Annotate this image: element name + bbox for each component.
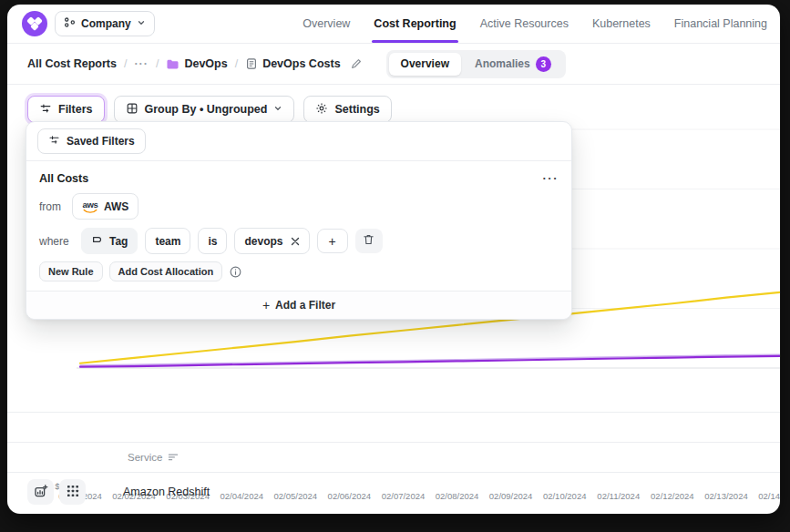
aws-logo-icon: aws <box>82 200 98 213</box>
company-selector[interactable]: Company <box>55 11 155 36</box>
trash-icon <box>363 233 374 249</box>
vantage-logo-icon[interactable] <box>22 11 47 36</box>
remove-value-icon[interactable] <box>291 237 300 246</box>
settings-button[interactable]: Settings <box>303 96 391 123</box>
overflow-menu-icon[interactable]: ··· <box>543 174 559 183</box>
add-filter-button[interactable]: + Add a Filter <box>26 291 571 319</box>
company-label: Company <box>81 17 131 30</box>
nav-financial-planning[interactable]: Financial Planning <box>674 5 767 43</box>
add-to-chart-button[interactable] <box>27 479 54 505</box>
breadcrumb-report[interactable]: DevOps Costs <box>245 57 340 70</box>
filter-icon <box>48 134 60 148</box>
dots-grid-icon <box>67 485 79 500</box>
document-icon <box>245 57 258 70</box>
chevron-down-icon <box>137 17 146 30</box>
primary-nav: Overview Cost Reporting Active Resources… <box>303 5 767 43</box>
chart-add-icon <box>34 484 48 501</box>
breadcrumb-separator: / <box>235 57 238 70</box>
gear-icon <box>315 102 328 118</box>
breadcrumb-separator: / <box>124 57 127 70</box>
breadcrumb-folder[interactable]: DevOps <box>166 57 227 70</box>
tab-anomalies[interactable]: Anomalies 3 <box>463 53 563 76</box>
nav-overview[interactable]: Overview <box>303 5 350 43</box>
breadcrumb: All Cost Reports / ··· / DevOps / DevOps… <box>27 57 363 70</box>
light-purple-series-line <box>80 354 780 365</box>
grid-icon <box>126 102 139 118</box>
breadcrumb-root[interactable]: All Cost Reports <box>27 57 117 70</box>
grid-view-button[interactable] <box>59 479 86 505</box>
plus-icon: + <box>262 298 270 312</box>
saved-filters-button[interactable]: Saved Filters <box>37 128 146 154</box>
add-cost-allocation-button[interactable]: Add Cost Allocation <box>109 261 223 281</box>
breadcrumb-separator: / <box>156 57 159 70</box>
tab-overview[interactable]: Overview <box>389 53 461 76</box>
new-rule-button[interactable]: New Rule <box>39 261 103 281</box>
filters-button[interactable]: Filters <box>27 96 105 123</box>
nav-kubernetes[interactable]: Kubernetes <box>592 5 651 43</box>
tag-key-chip[interactable]: team <box>145 228 190 254</box>
breadcrumb-ellipsis[interactable]: ··· <box>134 57 149 70</box>
delete-rule-button[interactable] <box>355 229 383 253</box>
table-row: Amazon Redshift <box>7 472 780 512</box>
filter-popover-header: Saved Filters <box>26 122 571 161</box>
top-header: Company Overview Cost Reporting Active R… <box>7 5 780 44</box>
breadcrumb-row: All Cost Reports / ··· / DevOps / DevOps… <box>7 44 780 85</box>
chevron-down-icon <box>273 103 282 116</box>
service-name: Amazon Redshift <box>123 486 210 498</box>
tag-value-chip[interactable]: devops <box>234 228 309 254</box>
nav-cost-reporting[interactable]: Cost Reporting <box>374 5 456 43</box>
folder-icon <box>166 58 180 70</box>
info-icon[interactable] <box>229 265 242 279</box>
sort-icon <box>168 452 179 464</box>
table-header-row: Service <box>7 442 780 473</box>
filter-popover-body: All Costs ··· from aws AWS where <box>26 161 571 291</box>
org-icon <box>64 16 76 31</box>
filter-title: All Costs <box>39 172 88 185</box>
provider-chip-aws[interactable]: aws AWS <box>72 193 139 220</box>
edit-pencil-icon[interactable] <box>350 57 363 70</box>
rule-actions-row: New Rule Add Cost Allocation <box>39 261 559 281</box>
app-window: Company Overview Cost Reporting Active R… <box>7 5 780 514</box>
filter-popover: Saved Filters All Costs ··· from aws AWS <box>26 121 572 320</box>
operator-chip[interactable]: is <box>198 228 227 254</box>
add-condition-button[interactable]: + <box>317 229 348 253</box>
tag-type-chip[interactable]: Tag <box>81 228 138 254</box>
service-column-header[interactable]: Service <box>128 452 179 464</box>
from-label: from <box>39 200 65 213</box>
purple-series-line <box>80 356 780 367</box>
where-rule-row: where Tag team is devops + <box>39 228 559 254</box>
tag-icon <box>91 233 104 249</box>
report-view-tabs: Overview Anomalies 3 <box>386 50 566 78</box>
report-toolbar: Filters Group By • Ungrouped Settings <box>27 96 780 123</box>
nav-active-resources[interactable]: Active Resources <box>480 5 569 43</box>
group-by-button[interactable]: Group By • Ungrouped <box>114 96 295 123</box>
section-divider <box>7 412 780 413</box>
anomalies-count-badge: 3 <box>536 56 551 72</box>
where-label: where <box>39 235 74 248</box>
from-rule-row: from aws AWS <box>39 193 559 220</box>
filter-icon <box>39 102 52 118</box>
